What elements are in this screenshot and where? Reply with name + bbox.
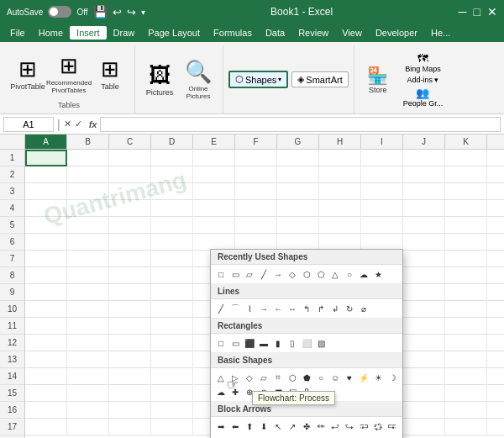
col-header-H[interactable]: H (319, 135, 361, 149)
block-curved-r[interactable]: ⮔ (371, 420, 385, 433)
line-scribble[interactable]: ⌀ (357, 302, 370, 315)
cell-F1[interactable] (235, 150, 277, 166)
block-chevron[interactable]: ⬵ (314, 420, 328, 433)
block-up[interactable]: ⬆ (243, 420, 256, 433)
menu-formulas[interactable]: Formulas (207, 26, 259, 40)
col-header-G[interactable]: G (277, 135, 319, 149)
basic-triangle[interactable]: △ (214, 371, 228, 384)
line-bent[interactable]: ↲ (328, 302, 342, 315)
name-box[interactable] (3, 117, 54, 132)
basic-octagon[interactable]: ⬟ (300, 371, 313, 384)
cell-J1[interactable] (403, 150, 445, 166)
block-left[interactable]: ⬅ (228, 420, 242, 433)
block-notched[interactable]: ⮐ (328, 420, 342, 433)
basic-diamond[interactable]: ◇ (243, 371, 256, 384)
save-icon[interactable]: 💾 (93, 5, 108, 18)
shape-cloud[interactable]: ☁ (357, 267, 370, 281)
basic-oval[interactable]: ○ (314, 371, 328, 384)
block-striped[interactable]: ⮒ (357, 420, 370, 433)
menu-data[interactable]: Data (259, 26, 291, 40)
shape-rounded-rect[interactable]: ▭ (228, 267, 242, 281)
maximize-btn[interactable]: □ (474, 5, 480, 18)
block-curved-l[interactable]: ⮓ (386, 420, 399, 433)
table-btn[interactable]: ⊞ Table (91, 53, 129, 94)
block-up-right[interactable]: ↗ (286, 420, 299, 433)
basic-sun[interactable]: ☀ (371, 371, 385, 384)
col-header-J[interactable]: J (403, 135, 445, 149)
col-header-B[interactable]: B (67, 135, 109, 149)
rect-plain[interactable]: □ (214, 336, 228, 350)
cell-D1[interactable] (151, 150, 193, 166)
col-header-L[interactable]: L (487, 135, 504, 149)
line-straight[interactable]: ╱ (214, 302, 228, 315)
shape-triangle[interactable]: △ (328, 267, 342, 281)
pictures-btn[interactable]: 🖼 Pictures (140, 59, 179, 100)
col-header-I[interactable]: I (361, 135, 403, 149)
cell-L1[interactable] (487, 150, 504, 166)
cell-C1[interactable] (109, 150, 151, 166)
line-zigzag[interactable]: ⌇ (243, 302, 256, 315)
cell-B1[interactable] (67, 150, 109, 166)
basic-heart[interactable]: ♥ (343, 371, 356, 384)
line-curve[interactable]: ⌒ (228, 302, 242, 315)
shape-star[interactable]: ★ (371, 267, 385, 281)
shape-arrow[interactable]: → (271, 267, 285, 281)
menu-view[interactable]: View (335, 26, 369, 40)
block-pentagon[interactable]: ⮑ (343, 420, 356, 433)
formula-input[interactable] (100, 117, 501, 132)
online-pictures-btn[interactable]: 🔍 OnlinePictures (179, 55, 218, 103)
menu-pagelayout[interactable]: Page Layout (141, 26, 207, 40)
menu-draw[interactable]: Draw (107, 26, 142, 40)
rect-frame[interactable]: ⬜ (300, 336, 313, 350)
basic-cloud[interactable]: ☁ (214, 385, 228, 398)
line-arrow-r[interactable]: → (257, 302, 270, 315)
line-double-arrow[interactable]: ↔ (286, 302, 299, 315)
col-header-C[interactable]: C (109, 135, 151, 149)
rect-single-corner[interactable]: ▮ (271, 336, 285, 350)
block-up-left[interactable]: ↖ (271, 420, 285, 433)
basic-hexagon[interactable]: ⬡ (286, 371, 299, 384)
block-right[interactable]: ➡ (214, 420, 228, 433)
line-elbow[interactable]: ↰ (300, 302, 313, 315)
menu-file[interactable]: File (3, 26, 32, 40)
minimize-btn[interactable]: ─ (459, 5, 467, 18)
basic-rtriangle[interactable]: ▷ (228, 371, 242, 384)
rect-folded[interactable]: ▧ (314, 336, 328, 350)
menu-help[interactable]: He... (424, 26, 457, 40)
col-header-D[interactable]: D (151, 135, 193, 149)
rect-double-corner[interactable]: ▯ (286, 336, 299, 350)
block-quad[interactable]: ✤ (300, 420, 313, 433)
cell-E1[interactable] (193, 150, 235, 166)
shape-line[interactable]: ╱ (257, 267, 270, 281)
shape-oval[interactable]: ○ (343, 267, 356, 281)
basic-cross[interactable]: ✚ (228, 385, 242, 398)
close-btn[interactable]: ✕ (487, 5, 497, 18)
block-down[interactable]: ⬇ (257, 420, 270, 433)
bing-maps-btn[interactable]: 🗺 Bing Maps (400, 51, 447, 74)
basic-lightning[interactable]: ⚡ (357, 371, 370, 384)
cancel-formula-icon[interactable]: ✕ (64, 119, 71, 129)
rect-snip-corner[interactable]: ⬛ (243, 336, 256, 350)
rect-snip-diag[interactable]: ▬ (257, 336, 270, 350)
cell-I1[interactable] (361, 150, 403, 166)
menu-developer[interactable]: Developer (369, 26, 424, 40)
menu-home[interactable]: Home (32, 26, 70, 40)
cell-K1[interactable] (445, 150, 487, 166)
shape-rect[interactable]: □ (214, 267, 228, 281)
line-curved-arrow[interactable]: ↱ (314, 302, 328, 315)
basic-trapezoid[interactable]: ⌗ (271, 371, 285, 384)
confirm-formula-icon[interactable]: ✓ (75, 119, 82, 129)
col-header-K[interactable]: K (445, 135, 487, 149)
basic-smiley[interactable]: ☺ (328, 371, 342, 384)
people-graph-btn[interactable]: 👥 People Gr... (400, 86, 447, 108)
shape-pentagon[interactable]: ⬠ (314, 267, 328, 281)
undo-icon[interactable]: ↩ (113, 6, 122, 18)
shape-hexagon[interactable]: ⬡ (300, 267, 313, 281)
menu-insert[interactable]: Insert (70, 26, 107, 40)
basic-moon[interactable]: ☽ (386, 371, 399, 384)
col-header-E[interactable]: E (193, 135, 235, 149)
shape-diamond[interactable]: ◇ (286, 267, 299, 281)
basic-parallelogram[interactable]: ▱ (257, 371, 270, 384)
col-header-A[interactable]: A (25, 135, 67, 149)
col-header-F[interactable]: F (235, 135, 277, 149)
